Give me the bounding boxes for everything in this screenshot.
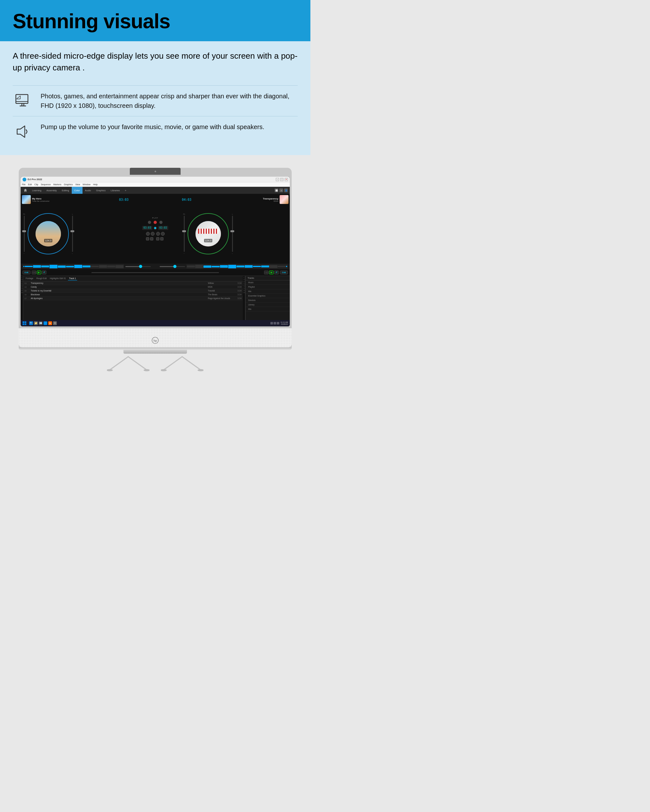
tab-more[interactable]: » [122, 187, 129, 194]
waveform-left [23, 264, 124, 269]
menu-edit[interactable]: Edit [28, 183, 32, 186]
toolbar-icon-2[interactable]: ⚙ [279, 188, 283, 192]
fader-left-2-knob[interactable] [70, 230, 74, 232]
prev-button-left[interactable]: ◁◁ [32, 270, 36, 274]
right-item-essential[interactable]: Essential Graphics [246, 294, 290, 298]
tab-rough-edit[interactable]: Rough Edit [35, 276, 48, 280]
grid-btn-1[interactable] [146, 232, 150, 236]
fader-right-knob[interactable] [182, 230, 186, 232]
menu-graphics[interactable]: Graphics [64, 183, 73, 186]
maximize-button[interactable]: □ [280, 178, 283, 181]
grid-btn-2[interactable] [151, 232, 154, 236]
loop-button-right[interactable]: ↺ [274, 270, 279, 274]
right-item-mix-2[interactable]: Mix [246, 307, 290, 311]
description-text: A three-sided micro-edge display lets yo… [13, 50, 298, 73]
transport-dot-1 [148, 221, 151, 224]
taskbar-icon-2[interactable]: 📧 [39, 321, 43, 325]
screen-bezel: DJ Pro 2022 – □ ✕ File Edit Clip Sequenc… [21, 177, 290, 327]
tab-libraries[interactable]: Libraries [108, 187, 122, 194]
tab-highlights[interactable]: Highlights Edit 01 [49, 276, 67, 280]
level-bar-right: 0 -12 -24 -36 -48 -12 -24 -36 -48 [243, 276, 245, 320]
vinyl-right: 124.3 [188, 213, 229, 254]
deck-right: 04:03 Transparency White Fit [180, 194, 290, 264]
tab-track1[interactable]: Track 1 [68, 276, 77, 280]
toolbar-icon-3[interactable]: 👤 [284, 188, 288, 192]
tab-graphics[interactable]: Graphics [93, 187, 108, 194]
menu-view[interactable]: View [75, 183, 80, 186]
tab-assembly[interactable]: Assembly [44, 187, 60, 194]
play-label: PLAY [152, 217, 158, 219]
toolbar: Learning Assembly Editing Color Audio Gr… [21, 187, 290, 194]
tab-footage[interactable]: Footage [24, 276, 35, 280]
svg-marker-8 [17, 126, 25, 137]
play-button-right[interactable]: ▶ [269, 270, 274, 274]
menu-help[interactable]: Help [93, 183, 98, 186]
menu-file[interactable]: File [22, 183, 25, 186]
menu-markers[interactable]: Markers [54, 183, 61, 186]
menu-clip[interactable]: Clip [34, 183, 38, 186]
tab-editing[interactable]: Editing [60, 187, 72, 194]
grid-btn-5[interactable] [146, 237, 149, 240]
deck-left-body: Fit – 124.3 [22, 205, 128, 262]
loop-button-left[interactable]: ↺ [42, 270, 46, 274]
deck-left-time: 03:03 [119, 198, 128, 201]
play-button-left[interactable]: ▶ [37, 270, 41, 274]
pitch-slider-right[interactable] [160, 266, 185, 267]
table-row: 17 All Apologies Rage Against the clouds… [23, 296, 243, 301]
fader-right-2-knob[interactable] [230, 230, 234, 232]
grid-btn-4[interactable] [161, 232, 165, 236]
time-separator [154, 226, 157, 230]
dj-main: My Hero Tune the constructor 03:03 Fit [21, 194, 290, 327]
pitch-head-left[interactable] [139, 265, 142, 268]
app-title: DJ Pro 2022 [28, 178, 42, 181]
right-item-devices[interactable]: Devices [246, 298, 290, 302]
vinyl-left-bpm: 124.3 [44, 239, 52, 242]
taskbar-icon-1[interactable]: 📁 [34, 321, 38, 325]
right-item-music[interactable]: Music [246, 280, 290, 285]
speaker-grille: hp [19, 328, 292, 347]
right-panel: Tracks Music Playlist Mix Essential Grap… [245, 276, 290, 320]
track-rows: 13 Transparency Willow 3:34 14 Candy MGK [23, 281, 243, 320]
toolbar-icon-1[interactable]: ⬜ [275, 188, 278, 192]
transport-record[interactable] [154, 221, 157, 224]
stand-base [95, 354, 216, 373]
taskbar-search[interactable]: 🔍 [29, 321, 33, 325]
level-bar-left: 0 -12 -24 -36 -48 -12 -24 -36 -48 [21, 276, 23, 320]
right-item-library[interactable]: Library [246, 302, 290, 307]
menu-window[interactable]: Window [83, 183, 90, 186]
window-controls: – □ ✕ [276, 178, 288, 181]
grid-btn-7[interactable] [156, 237, 159, 240]
grid-btn-8[interactable] [160, 237, 164, 240]
right-item-mix-1[interactable]: Mix [246, 289, 290, 294]
close-button[interactable]: ✕ [285, 178, 288, 181]
tab-color[interactable]: Color [72, 187, 83, 194]
taskbar-icon-3[interactable]: 🌐 [43, 321, 47, 325]
tab-audio[interactable]: Audio [83, 187, 93, 194]
cue-button-left[interactable]: CUE [23, 270, 31, 274]
home-button[interactable] [23, 188, 28, 193]
grid-btn-3[interactable] [156, 232, 160, 236]
deck-right-time: 04:03 [182, 198, 191, 201]
menu-sequence[interactable]: Sequence [41, 183, 51, 186]
right-item-playlist[interactable]: Playlist [246, 285, 290, 289]
pitch-slider-left[interactable] [125, 266, 151, 267]
grid-buttons [146, 232, 165, 240]
start-button[interactable] [23, 321, 26, 325]
taskbar-icon-5[interactable]: ⚙ [53, 321, 57, 325]
taskbar-icon-4[interactable]: ▶ [48, 321, 52, 325]
pitch-head-right[interactable] [173, 265, 176, 268]
fader-left-knob[interactable] [22, 230, 26, 232]
table-row: 14 Candy MGK 3:34 [23, 285, 243, 289]
fader-right: Fit – [182, 213, 186, 254]
title-bar: DJ Pro 2022 – □ ✕ [21, 177, 290, 182]
tab-learning[interactable]: Learning [29, 187, 44, 194]
volume-slider[interactable] [92, 272, 219, 273]
transport-row [148, 221, 162, 224]
deck-right-info: Transparency White [193, 197, 278, 202]
minimize-button[interactable]: – [276, 178, 279, 181]
feature-display: Photos, games, and entertainment appear … [13, 85, 298, 116]
prev-button-right[interactable]: ◁◁ [264, 270, 269, 274]
cue-button-right[interactable]: CUE [280, 270, 288, 274]
grid-btn-6[interactable] [150, 237, 153, 240]
features-section: Photos, games, and entertainment appear … [0, 82, 310, 155]
